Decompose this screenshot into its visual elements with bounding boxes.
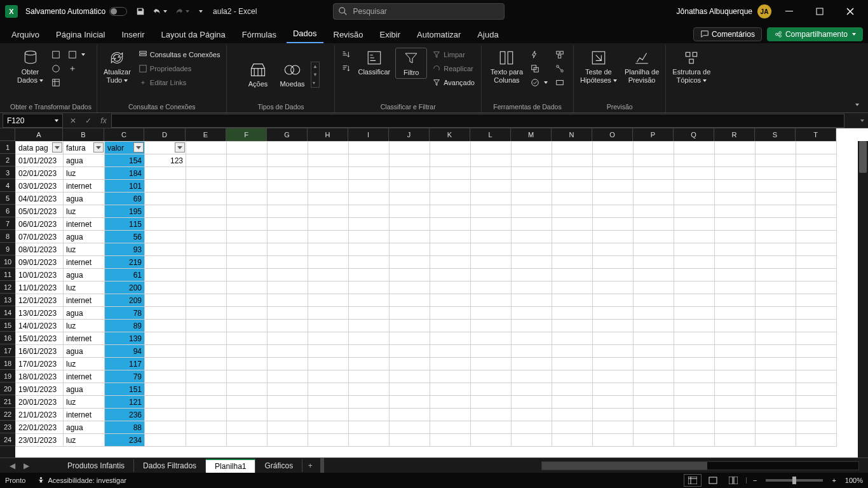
cell[interactable] — [268, 396, 308, 409]
cell[interactable] — [674, 434, 715, 447]
cell-a22[interactable]: 21/01/2023 — [16, 409, 64, 421]
cell[interactable] — [756, 307, 796, 320]
cell[interactable] — [796, 180, 837, 193]
cell[interactable] — [268, 434, 308, 447]
horizontal-scrollbar[interactable] — [541, 461, 859, 470]
cell[interactable] — [634, 409, 674, 421]
cell[interactable] — [593, 205, 634, 218]
cell-c13[interactable]: 209 — [105, 294, 145, 307]
cell[interactable] — [552, 269, 593, 281]
cell[interactable] — [227, 205, 268, 218]
autosave-toggle[interactable]: Salvamento Automático — [25, 7, 127, 16]
cell[interactable] — [674, 320, 715, 332]
cell[interactable] — [471, 409, 512, 421]
zoom-level[interactable]: 100% — [845, 477, 863, 484]
cell[interactable] — [227, 409, 268, 421]
tab-layout[interactable]: Layout da Página — [155, 26, 232, 43]
cell[interactable] — [471, 205, 512, 218]
reapply-button[interactable]: Reaplicar — [430, 62, 477, 76]
cell[interactable] — [674, 358, 715, 370]
cell[interactable] — [634, 294, 674, 307]
sheet-tab-planilha1[interactable]: Planilha1 — [206, 459, 255, 473]
cell[interactable] — [308, 205, 349, 218]
tab-formulas[interactable]: Fórmulas — [236, 26, 283, 43]
cell-b19[interactable]: internet — [64, 370, 105, 383]
user-name[interactable]: Jônathas Albuquerque — [677, 7, 752, 16]
cell[interactable] — [715, 205, 756, 218]
cell-c2[interactable]: 154 — [105, 154, 145, 167]
cell[interactable] — [471, 345, 512, 358]
cell[interactable] — [634, 345, 674, 358]
cell[interactable] — [593, 269, 634, 281]
cell[interactable] — [186, 180, 227, 193]
cell[interactable] — [268, 307, 308, 320]
cell[interactable] — [471, 332, 512, 345]
cell-a9[interactable]: 08/01/2023 — [16, 243, 64, 256]
cell[interactable] — [471, 434, 512, 447]
tab-arquivo[interactable]: Arquivo — [5, 26, 46, 43]
sort-az-button[interactable] — [339, 48, 353, 62]
cell-d21[interactable] — [145, 396, 186, 409]
cell[interactable] — [349, 307, 390, 320]
cell[interactable] — [796, 193, 837, 205]
row-header-17[interactable]: 17 — [0, 344, 15, 357]
cell[interactable] — [308, 396, 349, 409]
cell-c8[interactable]: 56 — [105, 231, 145, 243]
cell[interactable] — [186, 409, 227, 421]
tab-ajuda[interactable]: Ajuda — [471, 26, 505, 43]
cell[interactable] — [430, 142, 471, 154]
cell[interactable] — [268, 154, 308, 167]
cancel-formula-button[interactable]: ✕ — [65, 114, 81, 128]
accept-formula-button[interactable]: ✓ — [81, 114, 96, 128]
cell[interactable] — [796, 142, 837, 154]
view-normal-button[interactable] — [684, 474, 702, 487]
column-header-S[interactable]: S — [755, 128, 796, 141]
cell[interactable] — [227, 307, 268, 320]
cell[interactable] — [268, 205, 308, 218]
zoom-out-button[interactable]: − — [750, 477, 759, 484]
cell[interactable] — [796, 409, 837, 421]
fx-button[interactable]: fx — [96, 114, 111, 128]
recent-sources-button[interactable] — [65, 48, 88, 62]
cell[interactable] — [430, 320, 471, 332]
column-header-R[interactable]: R — [714, 128, 755, 141]
cell[interactable] — [796, 218, 837, 231]
cell[interactable] — [593, 396, 634, 409]
select-all-button[interactable] — [0, 128, 15, 141]
cell-b21[interactable]: luz — [64, 396, 105, 409]
cell[interactable] — [471, 383, 512, 396]
cell[interactable] — [227, 345, 268, 358]
cell[interactable] — [430, 345, 471, 358]
cell[interactable] — [512, 332, 552, 345]
cell[interactable] — [390, 345, 430, 358]
datatypes-more[interactable]: ▾ — [313, 80, 318, 86]
cell-c12[interactable]: 200 — [105, 281, 145, 294]
cell-b13[interactable]: internet — [64, 294, 105, 307]
cell[interactable] — [552, 345, 593, 358]
consolidate-button[interactable] — [553, 48, 567, 62]
cell[interactable] — [268, 180, 308, 193]
cell[interactable] — [715, 409, 756, 421]
cell[interactable] — [756, 396, 796, 409]
data-validation-button[interactable] — [528, 76, 550, 90]
cell[interactable] — [390, 218, 430, 231]
cell[interactable] — [268, 167, 308, 180]
maximize-button[interactable] — [807, 1, 832, 22]
cell[interactable] — [430, 256, 471, 269]
cell-d8[interactable] — [145, 231, 186, 243]
cell[interactable] — [390, 409, 430, 421]
save-button[interactable] — [132, 3, 149, 20]
toggle-switch-icon[interactable] — [109, 7, 127, 16]
cell[interactable] — [471, 256, 512, 269]
cell[interactable] — [390, 294, 430, 307]
cell[interactable] — [552, 256, 593, 269]
cell[interactable] — [349, 281, 390, 294]
cell[interactable] — [593, 231, 634, 243]
row-header-6[interactable]: 6 — [0, 205, 15, 217]
tab-scroll-divider[interactable] — [320, 458, 324, 473]
cell[interactable] — [512, 269, 552, 281]
cell-b24[interactable]: luz — [64, 434, 105, 447]
cell-c22[interactable]: 236 — [105, 409, 145, 421]
cell[interactable] — [471, 370, 512, 383]
expand-formula-bar-button[interactable] — [855, 116, 868, 125]
